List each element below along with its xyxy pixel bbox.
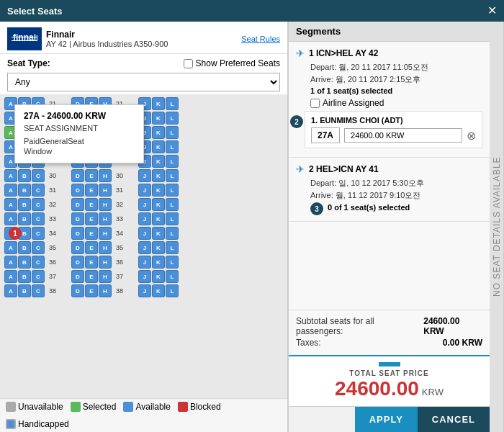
seat[interactable]: K xyxy=(152,155,165,168)
seat[interactable]: L xyxy=(166,198,179,211)
seat[interactable]: K xyxy=(152,198,165,211)
seat[interactable]: H xyxy=(99,198,112,211)
seat[interactable]: D xyxy=(71,198,84,211)
seat[interactable]: C xyxy=(32,198,45,211)
seat[interactable]: C xyxy=(32,241,45,254)
seat[interactable]: H xyxy=(99,241,112,254)
seat[interactable]: A xyxy=(4,241,17,254)
seat-type-select[interactable]: Any xyxy=(7,73,280,91)
seat[interactable]: J xyxy=(138,227,151,240)
seat[interactable]: B xyxy=(18,169,31,182)
seat[interactable]: E xyxy=(85,270,98,283)
seat[interactable]: J xyxy=(138,270,151,283)
seat[interactable]: L xyxy=(166,256,179,269)
remove-seat-button-1[interactable]: ⊗ xyxy=(467,129,476,143)
seat[interactable]: A xyxy=(4,212,17,225)
seat[interactable]: D xyxy=(71,241,84,254)
seat[interactable]: C xyxy=(32,212,45,225)
seat[interactable]: L xyxy=(166,112,179,125)
seat[interactable]: E xyxy=(85,169,98,182)
seat[interactable]: L xyxy=(166,270,179,283)
seat[interactable]: K xyxy=(152,227,165,240)
seat[interactable]: J xyxy=(138,169,151,182)
seat[interactable]: E xyxy=(85,212,98,225)
seat[interactable]: B xyxy=(18,241,31,254)
seat[interactable]: J xyxy=(138,284,151,297)
seat[interactable]: D xyxy=(71,284,84,297)
seat[interactable]: K xyxy=(152,212,165,225)
seat[interactable]: L xyxy=(166,140,179,153)
seat[interactable]: B xyxy=(18,198,31,211)
seat[interactable]: E xyxy=(85,198,98,211)
seat[interactable]: B xyxy=(18,184,31,197)
seat[interactable]: L xyxy=(166,212,179,225)
seat[interactable]: B xyxy=(18,256,31,269)
seat[interactable]: L xyxy=(166,126,179,139)
seat[interactable]: E xyxy=(85,256,98,269)
airline-assigned-checkbox[interactable] xyxy=(310,99,320,108)
seat[interactable]: B xyxy=(18,212,31,225)
seat[interactable]: D xyxy=(71,227,84,240)
seat[interactable]: L xyxy=(166,284,179,297)
seat[interactable]: C xyxy=(32,227,45,240)
seat-rules-link[interactable]: Seat Rules xyxy=(241,35,280,43)
seat[interactable]: H xyxy=(99,184,112,197)
seat[interactable]: A xyxy=(4,169,17,182)
seat[interactable]: E xyxy=(85,284,98,297)
seat[interactable]: D xyxy=(71,270,84,283)
seat[interactable]: B xyxy=(18,284,31,297)
apply-button[interactable]: APPLY xyxy=(355,407,418,432)
seat[interactable]: L xyxy=(166,169,179,182)
seat[interactable]: A xyxy=(4,198,17,211)
seat[interactable]: H xyxy=(99,227,112,240)
seat[interactable]: E xyxy=(85,184,98,197)
seat[interactable]: C xyxy=(32,256,45,269)
seat[interactable]: K xyxy=(152,126,165,139)
seat[interactable]: L xyxy=(166,97,179,110)
seat[interactable]: K xyxy=(152,112,165,125)
seat[interactable]: C xyxy=(32,270,45,283)
seat[interactable]: L xyxy=(166,241,179,254)
seat[interactable]: K xyxy=(152,284,165,297)
seat[interactable]: B xyxy=(18,270,31,283)
seat[interactable]: J xyxy=(138,241,151,254)
row-number-right: 34 xyxy=(112,230,127,237)
legend-handicapped: Handicapped xyxy=(6,419,69,429)
seat[interactable]: H xyxy=(99,284,112,297)
cancel-button[interactable]: CANCEL xyxy=(418,407,490,432)
seat[interactable]: J xyxy=(138,212,151,225)
seat[interactable]: A xyxy=(4,284,17,297)
seat[interactable]: E xyxy=(85,227,98,240)
seat[interactable]: J xyxy=(138,184,151,197)
seat[interactable]: J xyxy=(138,256,151,269)
seat[interactable]: H xyxy=(99,169,112,182)
seat[interactable]: C xyxy=(32,284,45,297)
seat[interactable]: L xyxy=(166,184,179,197)
seat[interactable]: K xyxy=(152,270,165,283)
seat[interactable]: D xyxy=(71,169,84,182)
seat[interactable]: J xyxy=(138,198,151,211)
close-button[interactable]: ✕ xyxy=(487,5,497,17)
seat[interactable]: K xyxy=(152,97,165,110)
seat[interactable]: K xyxy=(152,184,165,197)
seat[interactable]: D xyxy=(71,256,84,269)
seat[interactable]: L xyxy=(166,155,179,168)
seat[interactable]: H xyxy=(99,256,112,269)
seat[interactable]: H xyxy=(99,270,112,283)
seat[interactable]: C xyxy=(32,169,45,182)
seat[interactable]: A xyxy=(4,184,17,197)
seat[interactable]: C xyxy=(32,184,45,197)
seat[interactable]: A xyxy=(4,256,17,269)
seat[interactable]: E xyxy=(85,241,98,254)
seat[interactable]: K xyxy=(152,169,165,182)
seat-tooltip-popup: 27A - 24600.00 KRW SEAT ASSIGNMENT PaidG… xyxy=(14,104,144,163)
seat[interactable]: L xyxy=(166,227,179,240)
seat[interactable]: K xyxy=(152,256,165,269)
seat[interactable]: H xyxy=(99,212,112,225)
seat[interactable]: K xyxy=(152,241,165,254)
seat[interactable]: A xyxy=(4,270,17,283)
seat[interactable]: D xyxy=(71,184,84,197)
seat[interactable]: K xyxy=(152,140,165,153)
show-preferred-checkbox[interactable] xyxy=(184,59,193,68)
seat[interactable]: D xyxy=(71,212,84,225)
